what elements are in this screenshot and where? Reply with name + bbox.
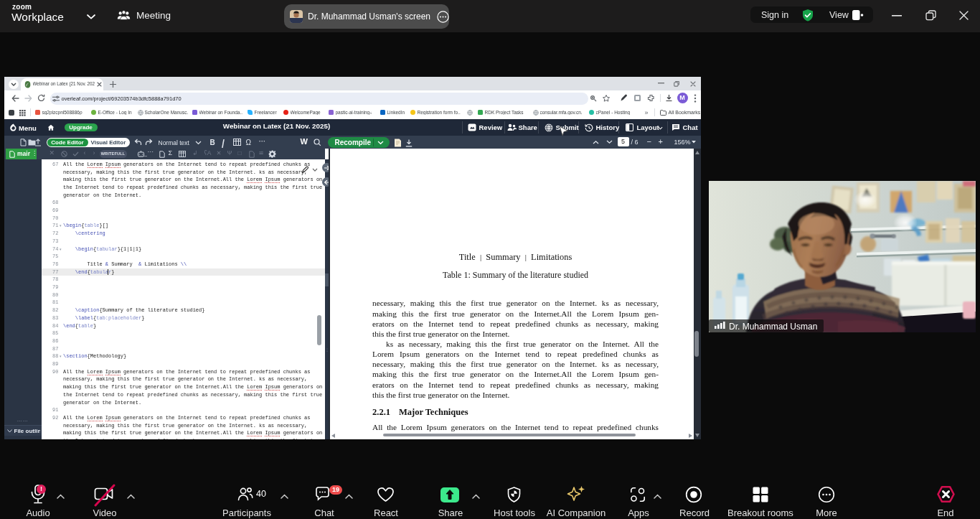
svg-text:Dr. Muhammad Usman: Dr. Muhammad Usman [729, 322, 817, 332]
